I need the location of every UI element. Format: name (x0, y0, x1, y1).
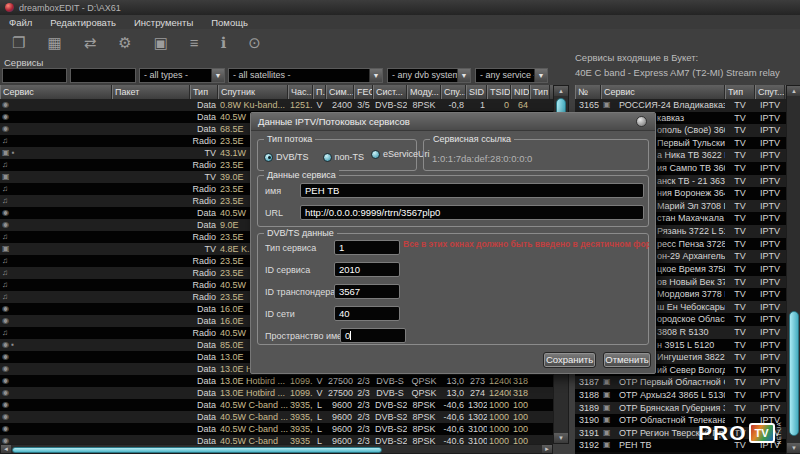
menu-help[interactable]: Помощь (211, 17, 248, 28)
radio-icon: ♫ (0, 291, 112, 303)
service-row[interactable]: ◉Data40.5W C-band ...3935,...L96002/3DVB… (0, 399, 553, 411)
radio-icon: ♫ (0, 159, 112, 171)
left-table-header[interactable]: СервисПакетТипСпутникЧас...П...Сим...FEC… (0, 85, 553, 99)
radio-eserviceuri[interactable]: eServiceUri (371, 149, 430, 159)
service-sat: IPTV (755, 389, 785, 402)
network-id-field[interactable]: 40 (334, 306, 400, 321)
scroll-down-icon[interactable]: ▼ (554, 433, 568, 443)
column-header[interactable]: Сервис (601, 85, 725, 99)
menu-file[interactable]: Файл (9, 17, 32, 28)
cell (112, 171, 190, 183)
left-table-hscrollbar[interactable]: ◄ ► (0, 444, 553, 454)
namespace-field[interactable]: 0 (340, 328, 406, 343)
menu-tools[interactable]: Инструменты (134, 17, 193, 28)
filter-dvb-system-dropdown[interactable]: - any dvb system - ▼ (387, 68, 471, 83)
cell: Data (190, 99, 218, 111)
save-button[interactable]: Сохранить (543, 352, 596, 368)
service-row[interactable]: ◉Data13.0E Hotbird ...1099...V275002/3DV… (0, 387, 553, 399)
bouquet-service-row[interactable]: 3188▣ОТР Архыз24 3865 L 5130TVIPTV (575, 389, 787, 402)
filter-types-dropdown[interactable]: - all types - ▼ (139, 68, 225, 83)
radio-icon: ♫ (0, 183, 112, 195)
copy-icon[interactable]: ▣ (154, 34, 168, 52)
service-row[interactable]: ◉Data40.5W C-band3935L96002/3DVB-S28PSK-… (0, 435, 553, 444)
service-id-field[interactable]: 2010 (334, 262, 400, 277)
service-type-field[interactable]: 1 (334, 240, 400, 255)
right-table-header[interactable]: №СервисТипСпут... (575, 85, 787, 99)
transponder-id-field[interactable]: 3567 (334, 284, 400, 299)
radio-selected-icon[interactable] (264, 153, 273, 162)
right-table-vscrollbar[interactable]: ▲ ▼ (786, 85, 800, 454)
bouquet-service-row[interactable]: 3189▣ОТР Брянская Губерния 387...TVIPTV (575, 402, 787, 415)
dialog-close-button[interactable] (636, 116, 647, 127)
service-sat: IPTV (755, 149, 785, 162)
service-sat: IPTV (755, 137, 785, 150)
radio-nonts[interactable]: non-TS (323, 152, 365, 162)
hscroll-thumb[interactable] (12, 447, 382, 453)
data-icon: ◉ (0, 303, 112, 315)
column-header[interactable]: П... (313, 85, 326, 99)
radio-icon: ♫ (0, 195, 112, 207)
column-header[interactable]: Тип (530, 85, 550, 99)
cell: 40.5W C-band ... (218, 411, 288, 423)
scroll-right-icon[interactable]: ► (542, 445, 552, 453)
filter-service-dropdown[interactable]: - any service - ▼ (475, 68, 548, 83)
column-header[interactable]: Пакет (112, 85, 190, 99)
bouquet-service-row[interactable]: 3165▣РОССИЯ-24 ВладикавказTVIPTV (575, 99, 787, 112)
cell: 2/3 (354, 375, 373, 387)
service-row[interactable]: ◉Data40.5W C-band ...3935,...L96002/3DVB… (0, 423, 553, 435)
column-header[interactable]: Сим... (326, 85, 354, 99)
chevron-down-icon[interactable]: ▼ (369, 69, 382, 82)
list-icon[interactable]: ≡ (190, 34, 199, 52)
column-header[interactable]: Спу... (441, 85, 466, 99)
column-header[interactable]: Сервис (0, 85, 112, 99)
column-header[interactable]: Спутник (218, 85, 288, 99)
radio-icon[interactable] (371, 150, 380, 159)
column-header[interactable]: SID (466, 85, 487, 99)
scroll-left-icon[interactable]: ◄ (1, 445, 11, 453)
column-header[interactable]: Тип (190, 85, 218, 99)
data-icon: ◉ (0, 315, 112, 327)
watermark-site: NET.UA (776, 422, 782, 445)
bouquet-service-row[interactable]: 3187▣ОТР Первый Областной Ор...TVIPTV (575, 376, 787, 389)
open-icon[interactable]: ❐ (12, 34, 25, 52)
column-header[interactable]: TSID (487, 85, 511, 99)
about-icon[interactable]: ⊙ (248, 34, 261, 52)
column-header[interactable]: Тип (725, 85, 755, 99)
save-icon[interactable]: ▦ (47, 34, 61, 52)
column-header[interactable]: FEC (354, 85, 373, 99)
column-header[interactable]: NID (511, 85, 530, 99)
cell: 1251... (288, 99, 313, 111)
service-row[interactable]: ◉Data0.8W Ku-band...1251...V24003/5DVB-S… (0, 99, 553, 111)
radio-icon[interactable] (323, 153, 332, 162)
url-field[interactable]: http://0.0.0.0:9999/rtrn/3567plp0 (300, 205, 644, 220)
column-header[interactable]: Моду... (407, 85, 441, 99)
filter-input-2[interactable] (70, 68, 136, 83)
chevron-down-icon[interactable]: ▼ (457, 69, 470, 82)
service-row[interactable]: ◉Data40.5W C-band ...3935,...L96002/3DVB… (0, 411, 553, 423)
watermark-pro: PRO (698, 421, 747, 445)
settings-gear-icon[interactable]: ⚙ (118, 34, 131, 52)
service-row[interactable]: ◉Data13.0E Hotbird ...1099...V275002/3DV… (0, 375, 553, 387)
column-header[interactable]: Спут... (755, 85, 785, 99)
cell (530, 375, 550, 387)
transfer-icon[interactable]: ⇄ (84, 34, 97, 52)
info-icon[interactable]: ℹ (221, 34, 227, 52)
chevron-down-icon[interactable]: ▼ (534, 69, 547, 82)
cancel-button[interactable]: Отменить (603, 352, 651, 368)
cell (112, 423, 190, 435)
scroll-up-icon[interactable]: ▲ (787, 86, 800, 96)
name-field[interactable]: РЕН ТВ (300, 183, 644, 198)
radio-dvbts[interactable]: DVB/TS (264, 152, 309, 162)
url-label: URL (265, 208, 283, 218)
column-header[interactable]: № (575, 85, 601, 99)
column-header[interactable]: Час... (288, 85, 313, 99)
service-name: ОТР Архыз24 3865 L 5130 (617, 389, 725, 402)
menu-edit[interactable]: Редактировать (50, 17, 116, 28)
chevron-down-icon[interactable]: ▼ (211, 69, 224, 82)
filter-input-1[interactable] (2, 68, 67, 83)
column-header[interactable]: Сист... (373, 85, 407, 99)
filter-satellites-dropdown[interactable]: - all satellites - ▼ (228, 68, 383, 83)
cell: Data (190, 339, 218, 351)
cell: Data (190, 123, 218, 135)
scroll-up-icon[interactable]: ▲ (554, 86, 568, 96)
